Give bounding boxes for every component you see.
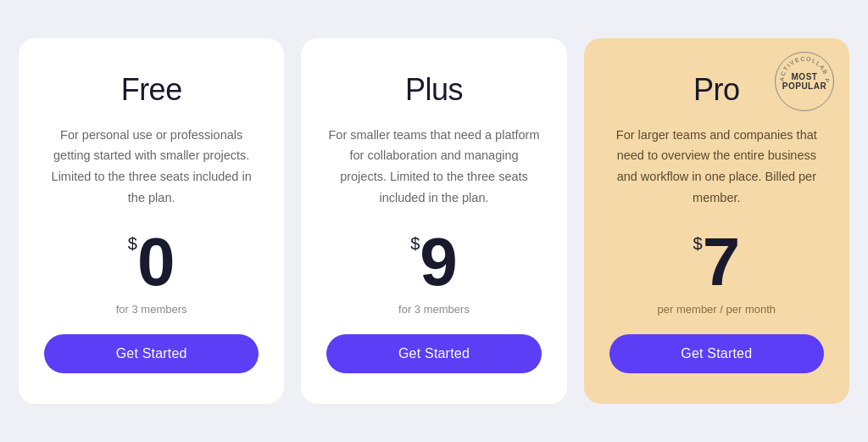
badge-text: MOST POPULAR bbox=[782, 72, 826, 91]
pricing-container: Free For personal use or professionals g… bbox=[19, 38, 849, 405]
free-card: Free For personal use or professionals g… bbox=[19, 38, 284, 405]
pro-get-started-button[interactable]: Get Started bbox=[609, 334, 824, 373]
free-amount: 0 bbox=[137, 228, 175, 296]
pro-currency: $ bbox=[693, 235, 703, 252]
pro-card: ACTIVECOLLAB PRICING MOST POPULAR Pro Fo… bbox=[584, 38, 849, 405]
plus-get-started-button[interactable]: Get Started bbox=[326, 334, 541, 373]
plus-price-block: $ 9 bbox=[410, 228, 458, 296]
plus-description: For smaller teams that need a platform f… bbox=[326, 125, 541, 209]
plus-card: Plus For smaller teams that need a platf… bbox=[301, 38, 566, 405]
plus-title: Plus bbox=[405, 72, 463, 108]
pro-title: Pro bbox=[693, 72, 740, 108]
pro-description: For larger teams and companies that need… bbox=[609, 125, 824, 209]
free-description: For personal use or professionals gettin… bbox=[44, 125, 259, 209]
plus-period: for 3 members bbox=[398, 303, 470, 316]
pro-period: per member / per month bbox=[658, 303, 776, 316]
plus-currency: $ bbox=[410, 235, 420, 252]
free-title: Free bbox=[121, 72, 182, 108]
pro-amount: 7 bbox=[703, 228, 741, 296]
free-get-started-button[interactable]: Get Started bbox=[44, 334, 259, 373]
most-popular-badge: ACTIVECOLLAB PRICING MOST POPULAR bbox=[775, 52, 836, 113]
free-price-block: $ 0 bbox=[128, 228, 175, 296]
badge-most-label: MOST bbox=[792, 72, 818, 81]
pro-price-block: $ 7 bbox=[693, 228, 741, 296]
plus-amount: 9 bbox=[420, 228, 458, 296]
free-currency: $ bbox=[128, 235, 137, 252]
free-period: for 3 members bbox=[116, 303, 187, 316]
badge-circle: ACTIVECOLLAB PRICING MOST POPULAR bbox=[775, 52, 834, 111]
badge-popular-label: POPULAR bbox=[782, 81, 826, 91]
